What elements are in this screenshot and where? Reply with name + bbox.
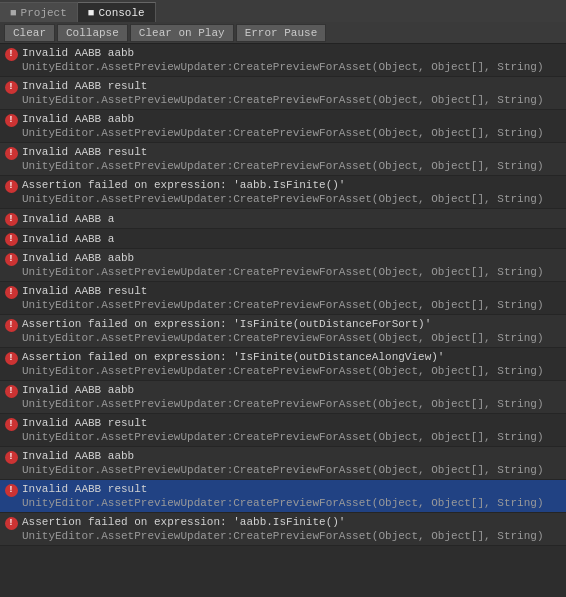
log-entry[interactable]: !Invalid AABB a — [0, 209, 566, 229]
error-icon: ! — [4, 417, 18, 431]
log-entry[interactable]: !Invalid AABB a — [0, 229, 566, 249]
error-icon: ! — [4, 450, 18, 464]
log-entry[interactable]: !Invalid AABB aabbUnityEditor.AssetPrevi… — [0, 447, 566, 480]
log-entry[interactable]: !Invalid AABB aabbUnityEditor.AssetPrevi… — [0, 249, 566, 282]
log-text: Invalid AABB a — [22, 232, 562, 246]
console-tab-label: Console — [98, 7, 144, 19]
tab-console[interactable]: ■ Console — [78, 2, 156, 22]
log-entry[interactable]: !Invalid AABB aabbUnityEditor.AssetPrevi… — [0, 110, 566, 143]
tab-project[interactable]: ■ Project — [0, 2, 78, 22]
log-text: Invalid AABB resultUnityEditor.AssetPrev… — [22, 145, 562, 173]
error-icon: ! — [4, 47, 18, 61]
console-area[interactable]: !Invalid AABB aabbUnityEditor.AssetPrevi… — [0, 44, 566, 597]
log-line2: UnityEditor.AssetPreviewUpdater:CreatePr… — [22, 331, 562, 345]
console-tab-icon: ■ — [88, 7, 95, 19]
log-line2: UnityEditor.AssetPreviewUpdater:CreatePr… — [22, 529, 562, 543]
log-line2: UnityEditor.AssetPreviewUpdater:CreatePr… — [22, 496, 562, 510]
project-tab-icon: ■ — [10, 7, 17, 19]
log-text: Assertion failed on expression: 'IsFinit… — [22, 350, 562, 378]
error-icon: ! — [4, 232, 18, 246]
log-line2: UnityEditor.AssetPreviewUpdater:CreatePr… — [22, 463, 562, 477]
log-text: Invalid AABB resultUnityEditor.AssetPrev… — [22, 482, 562, 510]
log-line2: UnityEditor.AssetPreviewUpdater:CreatePr… — [22, 397, 562, 411]
log-text: Invalid AABB aabbUnityEditor.AssetPrevie… — [22, 251, 562, 279]
log-line2: UnityEditor.AssetPreviewUpdater:CreatePr… — [22, 298, 562, 312]
log-line1: Invalid AABB result — [22, 79, 562, 93]
log-text: Invalid AABB aabbUnityEditor.AssetPrevie… — [22, 46, 562, 74]
log-entry[interactable]: !Invalid AABB aabbUnityEditor.AssetPrevi… — [0, 44, 566, 77]
log-entry[interactable]: !Invalid AABB resultUnityEditor.AssetPre… — [0, 143, 566, 176]
log-line1: Assertion failed on expression: 'aabb.Is… — [22, 178, 562, 192]
log-line1: Invalid AABB result — [22, 284, 562, 298]
log-line1: Invalid AABB aabb — [22, 251, 562, 265]
error-icon: ! — [4, 113, 18, 127]
log-line1: Invalid AABB a — [22, 232, 562, 246]
log-line1: Invalid AABB aabb — [22, 46, 562, 60]
log-entry[interactable]: !Invalid AABB resultUnityEditor.AssetPre… — [0, 414, 566, 447]
log-line2: UnityEditor.AssetPreviewUpdater:CreatePr… — [22, 430, 562, 444]
log-text: Assertion failed on expression: 'aabb.Is… — [22, 178, 562, 206]
log-text: Invalid AABB aabbUnityEditor.AssetPrevie… — [22, 383, 562, 411]
log-text: Invalid AABB resultUnityEditor.AssetPrev… — [22, 416, 562, 444]
log-text: Invalid AABB resultUnityEditor.AssetPrev… — [22, 79, 562, 107]
error-pause-button[interactable]: Error Pause — [236, 24, 327, 42]
log-line2: UnityEditor.AssetPreviewUpdater:CreatePr… — [22, 93, 562, 107]
log-line1: Invalid AABB aabb — [22, 383, 562, 397]
tab-bar: ■ Project ■ Console — [0, 0, 566, 22]
error-icon: ! — [4, 80, 18, 94]
log-entry[interactable]: !Invalid AABB resultUnityEditor.AssetPre… — [0, 77, 566, 110]
log-line1: Invalid AABB a — [22, 212, 562, 226]
log-entry[interactable]: !Invalid AABB resultUnityEditor.AssetPre… — [0, 480, 566, 513]
log-text: Invalid AABB resultUnityEditor.AssetPrev… — [22, 284, 562, 312]
log-line1: Assertion failed on expression: 'IsFinit… — [22, 317, 562, 331]
log-line1: Invalid AABB result — [22, 145, 562, 159]
log-entry[interactable]: !Invalid AABB aabbUnityEditor.AssetPrevi… — [0, 381, 566, 414]
error-icon: ! — [4, 146, 18, 160]
error-icon: ! — [4, 318, 18, 332]
error-icon: ! — [4, 285, 18, 299]
log-text: Invalid AABB a — [22, 212, 562, 226]
clear-button[interactable]: Clear — [4, 24, 55, 42]
log-line2: UnityEditor.AssetPreviewUpdater:CreatePr… — [22, 265, 562, 279]
log-entry[interactable]: !Assertion failed on expression: 'aabb.I… — [0, 176, 566, 209]
log-entry[interactable]: !Assertion failed on expression: 'IsFini… — [0, 315, 566, 348]
log-text: Assertion failed on expression: 'IsFinit… — [22, 317, 562, 345]
error-icon: ! — [4, 179, 18, 193]
error-icon: ! — [4, 384, 18, 398]
log-line1: Invalid AABB aabb — [22, 112, 562, 126]
log-line1: Assertion failed on expression: 'aabb.Is… — [22, 515, 562, 529]
log-text: Assertion failed on expression: 'aabb.Is… — [22, 515, 562, 543]
error-icon: ! — [4, 252, 18, 266]
error-icon: ! — [4, 351, 18, 365]
log-line2: UnityEditor.AssetPreviewUpdater:CreatePr… — [22, 60, 562, 74]
log-line1: Invalid AABB aabb — [22, 449, 562, 463]
log-line2: UnityEditor.AssetPreviewUpdater:CreatePr… — [22, 126, 562, 140]
log-line1: Invalid AABB result — [22, 482, 562, 496]
log-line2: UnityEditor.AssetPreviewUpdater:CreatePr… — [22, 192, 562, 206]
log-line1: Invalid AABB result — [22, 416, 562, 430]
collapse-button[interactable]: Collapse — [57, 24, 128, 42]
log-text: Invalid AABB aabbUnityEditor.AssetPrevie… — [22, 449, 562, 477]
log-entry[interactable]: !Assertion failed on expression: 'aabb.I… — [0, 513, 566, 546]
log-entry[interactable]: !Assertion failed on expression: 'IsFini… — [0, 348, 566, 381]
log-line1: Assertion failed on expression: 'IsFinit… — [22, 350, 562, 364]
error-icon: ! — [4, 516, 18, 530]
clear-on-play-button[interactable]: Clear on Play — [130, 24, 234, 42]
toolbar: Clear Collapse Clear on Play Error Pause — [0, 22, 566, 44]
log-entry[interactable]: !Invalid AABB resultUnityEditor.AssetPre… — [0, 282, 566, 315]
project-tab-label: Project — [21, 7, 67, 19]
error-icon: ! — [4, 212, 18, 226]
error-icon: ! — [4, 483, 18, 497]
log-text: Invalid AABB aabbUnityEditor.AssetPrevie… — [22, 112, 562, 140]
log-line2: UnityEditor.AssetPreviewUpdater:CreatePr… — [22, 159, 562, 173]
log-line2: UnityEditor.AssetPreviewUpdater:CreatePr… — [22, 364, 562, 378]
